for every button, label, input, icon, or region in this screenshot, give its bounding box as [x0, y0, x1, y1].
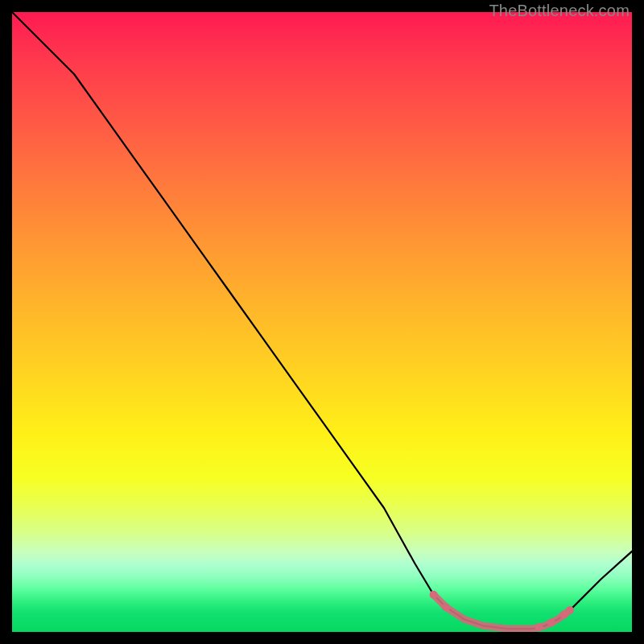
- attribution-label: TheBottleneck.com: [489, 2, 630, 20]
- chart-container: TheBottleneck.com: [0, 0, 644, 644]
- gradient-background: [12, 12, 632, 632]
